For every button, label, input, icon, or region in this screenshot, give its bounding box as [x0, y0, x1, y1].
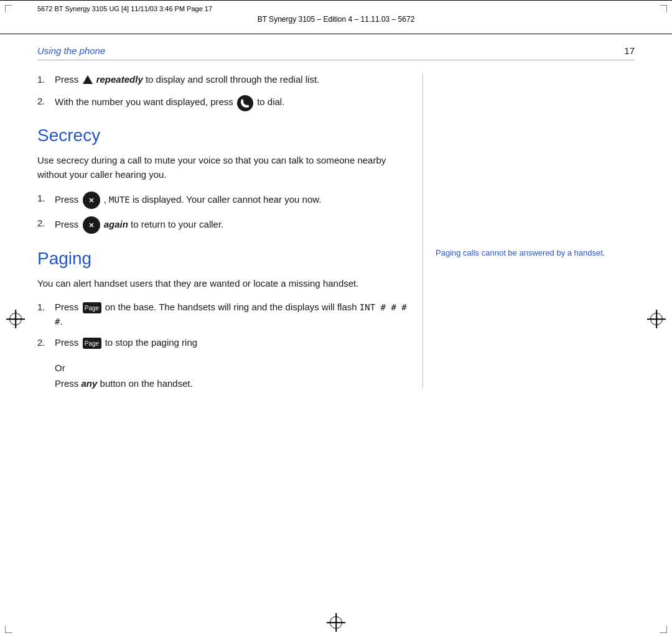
list-num: 2. — [37, 216, 50, 231]
section-title: Using the phone — [37, 45, 105, 56]
or-text: Or — [55, 363, 410, 373]
list-num: 1. — [37, 192, 50, 206]
list-num: 2. — [37, 336, 50, 350]
list-num: 2. — [37, 95, 50, 109]
any-bold: any — [82, 378, 98, 389]
header-top-line: 5672 BT Synergy 3105 UG [4] 11/11/03 3:4… — [0, 1, 672, 14]
crop-mark-bl — [5, 614, 24, 633]
list-item-text: Press Page on the base. The handsets wil… — [55, 300, 410, 328]
list-num: 1. — [37, 300, 50, 315]
list-item-text: Press again to return to your caller. — [55, 216, 223, 234]
page-header: 5672 BT Synergy 3105 UG [4] 11/11/03 3:4… — [0, 0, 672, 34]
list-item: 1. Press repeatedly to display and scrol… — [37, 73, 410, 87]
page-number: 17 — [624, 45, 635, 56]
again-text: again — [104, 219, 128, 229]
crop-mark-br — [648, 614, 667, 633]
secrecy-heading: Secrecy — [37, 126, 410, 146]
paging-description: You can alert handset users that they ar… — [37, 276, 410, 290]
paging-list: 1. Press Page on the base. The handsets … — [37, 300, 410, 350]
press-any-text: Press any button on the handset. — [55, 378, 410, 389]
int-display-text: INT # # # # — [55, 302, 407, 326]
redial-bold-text: repeatedly — [96, 74, 143, 85]
list-item-text: With the number you want displayed, pres… — [55, 95, 284, 111]
list-item: 2. With the number you want displayed, p… — [37, 95, 410, 111]
reg-mark-bottom — [330, 616, 342, 629]
reg-mark-left — [9, 313, 22, 325]
list-item-text: Press , MUTE is displayed. Your caller c… — [55, 192, 321, 209]
dial-icon — [237, 95, 253, 111]
list-item-text: Press repeatedly to display and scroll t… — [55, 73, 319, 87]
secrecy-description: Use secrecy during a call to mute your v… — [37, 153, 410, 182]
list-item: 1. Press Page on the base. The handsets … — [37, 300, 410, 328]
list-item-text: Press Page to stop the paging ring — [55, 336, 197, 350]
mute-icon — [83, 192, 100, 209]
list-item: 1. Press , MUTE is displayed. Your calle… — [37, 192, 410, 209]
paging-heading: Paging — [37, 249, 410, 269]
list-item: 2. Press Page to stop the paging ring — [37, 336, 410, 350]
content-area: 1. Press repeatedly to display and scrol… — [37, 73, 635, 389]
mute-icon-2 — [83, 216, 100, 234]
page-icon-2: Page — [83, 338, 101, 349]
reg-mark-right — [650, 313, 663, 325]
list-item: 2. Press again to return to your caller. — [37, 216, 410, 234]
redial-list: 1. Press repeatedly to display and scrol… — [37, 73, 410, 111]
header-subtitle: BT Synergy 3105 – Edition 4 – 11.11.03 –… — [0, 14, 672, 24]
list-num: 1. — [37, 73, 50, 87]
mute-display-text: MUTE — [109, 195, 130, 205]
side-note: Paging calls cannot be answered by a han… — [436, 247, 635, 259]
side-column: Paging calls cannot be answered by a han… — [423, 73, 635, 389]
triangle-icon — [83, 75, 93, 84]
secrecy-list: 1. Press , MUTE is displayed. Your calle… — [37, 192, 410, 234]
page-container: Using the phone 17 1. Press repeatedly t… — [37, 34, 635, 613]
section-title-row: Using the phone 17 — [37, 34, 635, 60]
page-icon-1: Page — [83, 302, 101, 313]
main-column: 1. Press repeatedly to display and scrol… — [37, 73, 423, 389]
